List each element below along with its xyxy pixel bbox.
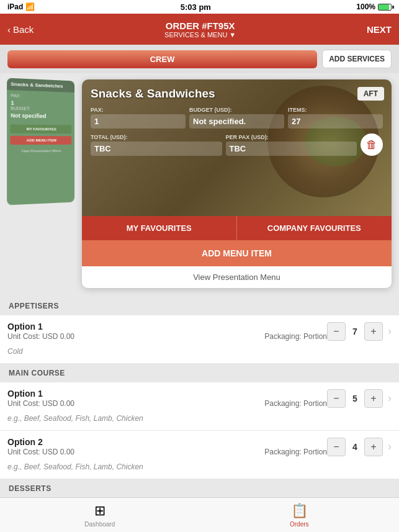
tab-area: CREW ADD SERVICES (0, 45, 399, 73)
mini-my-fav: MY FAVOURITES (10, 124, 71, 133)
increment-button[interactable]: + (364, 438, 383, 456)
budget-value: Not specified. (189, 114, 284, 128)
status-left: iPad 📶 (7, 2, 35, 11)
tab-orders[interactable]: 📋 Orders (200, 498, 400, 532)
mini-card-background: Snacks & Sandwiches PAX: 1 BUDGET: Not s… (7, 78, 74, 205)
items-field: ITEMS: 27 (288, 107, 383, 128)
card-title: Snacks & Sandwiches (91, 87, 383, 101)
header-center: ORDER #FT95X SERVICES & MENU ▼ (164, 20, 236, 38)
decrement-button[interactable]: − (327, 322, 346, 341)
pax-field: PAX: 1 (91, 107, 186, 128)
item-info: Option 1 Unit Cost: USD 0.00 Packaging: … (7, 389, 327, 408)
total-value: TBC (91, 142, 222, 156)
crew-tab[interactable]: CREW (7, 50, 317, 68)
card-action-buttons: MY FAVOURITES COMPANY FAVOURITES (82, 216, 392, 240)
orders-icon: 📋 (291, 503, 308, 519)
item-meta: Unit Cost: USD 0.00 Packaging: Portion (7, 447, 327, 456)
total-label: TOTAL (USD): (91, 134, 222, 140)
company-favourites-button[interactable]: COMPANY FAVOURITES (237, 216, 392, 240)
items-label: ITEMS: (288, 107, 383, 113)
per-pax-value: TBC (226, 142, 357, 156)
increment-button[interactable]: + (364, 322, 383, 341)
item-controls: − 4 + (327, 438, 383, 456)
delete-button[interactable]: 🗑 (361, 133, 383, 156)
item-note: Cold (7, 343, 392, 357)
item-row-main: Option 1 Unit Cost: USD 0.00 Packaging: … (7, 322, 392, 341)
item-note: e.g., Beef, Seafood, Fish, Lamb, Chicken (7, 410, 392, 424)
next-button[interactable]: NEXT (367, 24, 392, 35)
mini-view-link: View Presentation Menu (7, 147, 74, 155)
chevron-right-icon[interactable]: › (388, 392, 392, 405)
battery-icon (378, 4, 392, 11)
chevron-right-icon[interactable]: › (388, 325, 392, 338)
tab-bar: ⊞ Dashboard 📋 Orders (0, 497, 399, 532)
per-pax-label: PER PAX (USD): (226, 134, 357, 140)
tab-dashboard[interactable]: ⊞ Dashboard (0, 498, 200, 532)
item-info: Option 2 Unit Cost: USD 0.00 Packaging: … (7, 437, 327, 456)
item-controls: − 5 + (327, 389, 383, 408)
dropdown-icon[interactable]: ▼ (229, 31, 236, 38)
header: ‹ Back ORDER #FT95X SERVICES & MENU ▼ NE… (0, 14, 399, 45)
orders-label: Orders (290, 521, 309, 528)
back-button[interactable]: ‹ Back (7, 24, 34, 35)
status-time: 5:03 pm (181, 2, 211, 12)
increment-button[interactable]: + (364, 389, 383, 408)
item-cost: Unit Cost: USD 0.00 (7, 332, 74, 341)
device-label: iPad (7, 2, 23, 11)
item-controls: − 7 + (327, 322, 383, 341)
status-bar: iPad 📶 5:03 pm 100% (0, 0, 399, 14)
card-top-fields: PAX: 1 BUDGET (USD): Not specified. ITEM… (91, 107, 383, 128)
pax-value: 1 (91, 114, 186, 128)
mini-budget-val: Not specified (11, 112, 71, 120)
budget-field: BUDGET (USD): Not specified. (189, 107, 284, 128)
item-name: Option 1 (7, 389, 327, 399)
item-name: Option 1 (7, 322, 327, 331)
card-area: Snacks & Sandwiches PAX: 1 BUDGET: Not s… (0, 73, 399, 297)
item-row-main: Option 1 Unit Cost: USD 0.00 Packaging: … (7, 389, 392, 408)
item-cost: Unit Cost: USD 0.00 (7, 448, 74, 456)
order-number: ORDER #FT95X (164, 20, 236, 31)
quantity-display: 5 (346, 394, 364, 404)
list-item: Option 1 Unit Cost: USD 0.00 Packaging: … (0, 315, 399, 364)
view-presentation-link[interactable]: View Presentation Menu (82, 266, 392, 288)
item-packaging: Packaging: Portion (264, 448, 327, 456)
my-favourites-button[interactable]: MY FAVOURITES (82, 216, 237, 240)
card-bottom-fields: TOTAL (USD): TBC PER PAX (USD): TBC 🗑 (91, 133, 383, 156)
add-menu-item-button[interactable]: ADD MENU ITEM (82, 240, 392, 266)
total-field: TOTAL (USD): TBC (91, 134, 222, 156)
items-value: 27 (288, 114, 383, 128)
section-header: APPETISERS (0, 297, 399, 315)
item-cost: Unit Cost: USD 0.00 (7, 399, 74, 408)
section-header: DESSERTS (0, 479, 399, 498)
aft-badge[interactable]: AFT (357, 87, 384, 101)
back-chevron-icon: ‹ (7, 24, 11, 35)
item-name: Option 2 (7, 437, 327, 447)
hero-overlay: Snacks & Sandwiches AFT PAX: 1 BUDGET (U… (82, 79, 392, 216)
list-item: Option 1 Unit Cost: USD 0.00 Packaging: … (0, 382, 399, 431)
add-services-button[interactable]: ADD SERVICES (322, 50, 392, 68)
decrement-button[interactable]: − (327, 438, 346, 456)
dashboard-label: Dashboard (84, 521, 115, 528)
section-header: MAIN COURSE (0, 364, 399, 382)
chevron-right-icon[interactable]: › (388, 440, 392, 453)
status-right: 100% (356, 2, 392, 11)
back-label: Back (13, 24, 34, 35)
wifi-icon: 📶 (25, 2, 35, 11)
budget-label: BUDGET (USD): (189, 107, 284, 113)
mini-budget-label: BUDGET: (11, 106, 71, 112)
mini-pax-label: PAX: (11, 93, 71, 99)
list-item: Option 2 Unit Cost: USD 0.00 Packaging: … (0, 431, 399, 479)
card-hero: Snacks & Sandwiches AFT PAX: 1 BUDGET (U… (82, 79, 392, 216)
item-packaging: Packaging: Portion (264, 332, 327, 341)
item-row-main: Option 2 Unit Cost: USD 0.00 Packaging: … (7, 437, 392, 456)
item-packaging: Packaging: Portion (264, 399, 327, 408)
pax-label: PAX: (91, 107, 186, 113)
item-info: Option 1 Unit Cost: USD 0.00 Packaging: … (7, 322, 327, 341)
item-note: e.g., Beef, Seafood, Fish, Lamb, Chicken (7, 459, 392, 472)
decrement-button[interactable]: − (327, 389, 346, 408)
quantity-display: 7 (346, 327, 364, 336)
item-meta: Unit Cost: USD 0.00 Packaging: Portion (7, 399, 327, 408)
mini-add-menu: ADD MENU ITEM (10, 136, 71, 145)
dashboard-icon: ⊞ (94, 503, 105, 519)
main-card: Snacks & Sandwiches AFT PAX: 1 BUDGET (U… (82, 79, 392, 288)
